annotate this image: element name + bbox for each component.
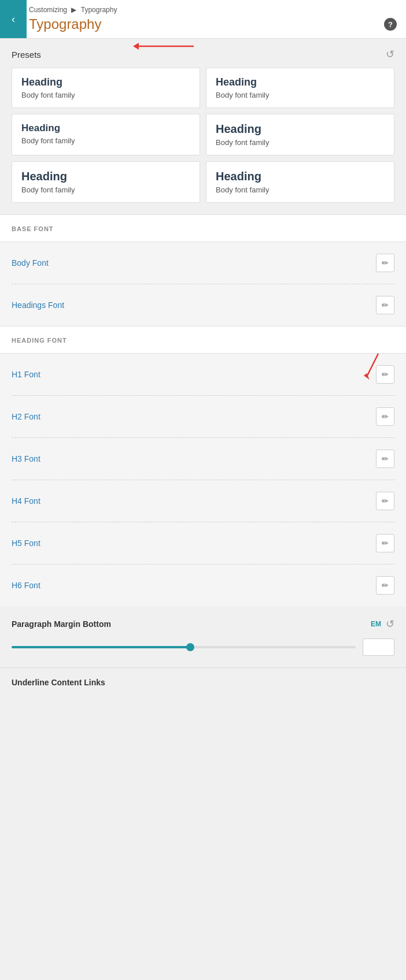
preset-body-5: Body font family (21, 185, 190, 194)
h3-font-edit-button[interactable]: ✏ (376, 450, 394, 468)
presets-reset-icon[interactable]: ↺ (386, 48, 394, 61)
breadcrumb-arrow: ▶ (71, 6, 78, 14)
base-font-label: BASE FONT (12, 225, 54, 232)
breadcrumb: Customizing ▶ Typography (29, 6, 397, 14)
paragraph-reset-icon[interactable]: ↺ (386, 618, 394, 630)
body-font-edit-icon: ✏ (382, 258, 389, 268)
presets-label: Presets (12, 50, 41, 60)
body-font-label: Body Font (12, 258, 49, 268)
paragraph-value-input[interactable] (363, 639, 394, 656)
h4-font-row: H4 Font ✏ (12, 480, 394, 522)
h2-font-edit-button[interactable]: ✏ (376, 407, 394, 426)
breadcrumb-typography: Typography (81, 6, 117, 14)
breadcrumb-customizing: Customizing (29, 6, 67, 14)
headings-font-row: Headings Font ✏ (12, 284, 394, 326)
preset-card-4[interactable]: Heading Body font family (206, 114, 394, 155)
presets-header: Presets ↺ (0, 39, 406, 68)
back-button[interactable]: ‹ (0, 0, 27, 38)
h6-font-edit-button[interactable]: ✏ (376, 576, 394, 595)
base-font-section: Body Font ✏ Headings Font ✏ (0, 242, 406, 326)
back-icon: ‹ (12, 13, 15, 25)
h5-font-row: H5 Font ✏ (12, 522, 394, 565)
h5-font-edit-icon: ✏ (382, 539, 389, 548)
preset-body-1: Body font family (21, 91, 190, 99)
h6-font-edit-icon: ✏ (382, 581, 389, 590)
paragraph-header: Paragraph Margin Bottom EM ↺ (12, 618, 394, 630)
preset-heading-6: Heading (216, 170, 385, 183)
paragraph-margin-section: Paragraph Margin Bottom EM ↺ (0, 606, 406, 667)
preset-heading-2: Heading (216, 76, 385, 88)
help-button[interactable]: ? (384, 18, 397, 31)
preset-body-4: Body font family (216, 138, 385, 147)
h6-font-label: H6 Font (12, 581, 40, 590)
base-font-section-divider: BASE FONT (0, 214, 406, 242)
preset-card-6[interactable]: Heading Body font family (206, 161, 394, 203)
h5-font-edit-button[interactable]: ✏ (376, 534, 394, 552)
heading-font-label: HEADING FONT (12, 337, 67, 344)
body-font-row: Body Font ✏ (12, 242, 394, 284)
h2-font-row: H2 Font ✏ (12, 396, 394, 438)
h3-font-edit-icon: ✏ (382, 454, 389, 463)
h4-font-edit-button[interactable]: ✏ (376, 492, 394, 510)
h1-font-row: H1 Font ✏ (12, 354, 394, 396)
h2-font-label: H2 Font (12, 412, 40, 421)
body-font-edit-button[interactable]: ✏ (376, 254, 394, 272)
header: ‹ Customizing ▶ Typography Typography ? (0, 0, 406, 39)
paragraph-slider[interactable] (12, 646, 356, 648)
h4-font-edit-icon: ✏ (382, 496, 389, 506)
preset-body-6: Body font family (216, 185, 385, 194)
preset-card-1[interactable]: Heading Body font family (12, 68, 200, 108)
headings-font-edit-button[interactable]: ✏ (376, 296, 394, 314)
underline-content-links-label: Underline Content Links (12, 678, 105, 687)
h1-font-label: H1 Font (12, 370, 40, 379)
preset-heading-5: Heading (21, 170, 190, 183)
h6-font-row: H6 Font ✏ (12, 565, 394, 606)
slider-row (12, 639, 394, 656)
h4-font-label: H4 Font (12, 496, 40, 506)
h3-font-label: H3 Font (12, 454, 40, 463)
h1-red-arrow-annotation (344, 348, 390, 383)
heading-font-section: H1 Font ✏ H2 Font ✏ H3 Font ✏ H4 Font ✏ … (0, 354, 406, 606)
svg-marker-1 (133, 43, 139, 50)
red-arrow-annotation (133, 39, 202, 53)
preset-heading-3: Heading (21, 122, 190, 134)
slider-thumb[interactable] (186, 643, 194, 651)
preset-body-2: Body font family (216, 91, 385, 99)
slider-fill (12, 646, 190, 648)
page-title: Typography (29, 16, 101, 32)
svg-line-2 (367, 354, 378, 377)
page-title-row: Typography ? (29, 16, 397, 32)
preset-card-2[interactable]: Heading Body font family (206, 68, 394, 108)
h2-font-edit-icon: ✏ (382, 412, 389, 421)
preset-body-3: Body font family (21, 136, 190, 145)
paragraph-unit-badge[interactable]: EM (371, 620, 381, 628)
preset-heading-4: Heading (216, 122, 385, 136)
h3-font-row: H3 Font ✏ (12, 438, 394, 480)
h5-font-label: H5 Font (12, 539, 40, 548)
underline-content-links-row: Underline Content Links (0, 667, 406, 697)
paragraph-unit-row: EM ↺ (371, 618, 394, 630)
preset-heading-1: Heading (21, 76, 190, 88)
paragraph-margin-label: Paragraph Margin Bottom (12, 619, 111, 629)
presets-grid: Heading Body font family Heading Body fo… (0, 68, 406, 214)
preset-card-3[interactable]: Heading Body font family (12, 114, 200, 155)
headings-font-edit-icon: ✏ (382, 300, 389, 310)
headings-font-label: Headings Font (12, 300, 64, 310)
preset-card-5[interactable]: Heading Body font family (12, 161, 200, 203)
